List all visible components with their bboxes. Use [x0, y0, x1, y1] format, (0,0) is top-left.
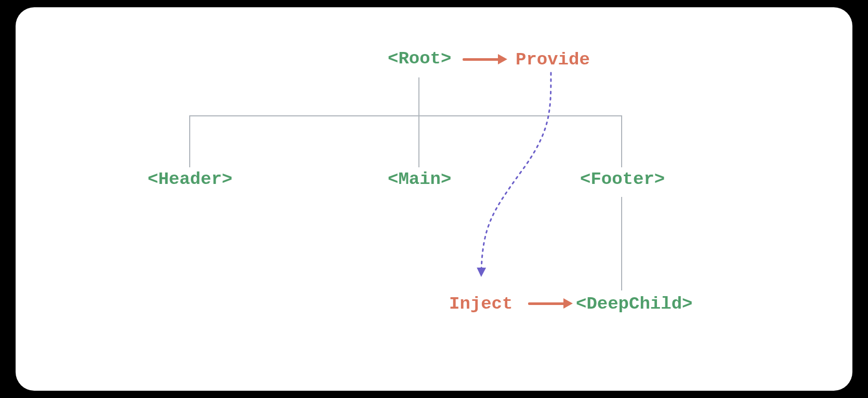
node-header: <Header> [148, 169, 232, 189]
arrow-provide [463, 58, 499, 61]
tree-line [189, 115, 190, 167]
arrow-provide-head [498, 54, 507, 64]
flow-curve [421, 70, 629, 303]
node-root: <Root> [388, 49, 451, 69]
tree-line [418, 77, 419, 115]
label-provide: Provide [516, 50, 590, 70]
diagram-card: <Root> Provide <Header> <Main> <Footer> … [16, 7, 852, 391]
tree-line [418, 115, 419, 167]
